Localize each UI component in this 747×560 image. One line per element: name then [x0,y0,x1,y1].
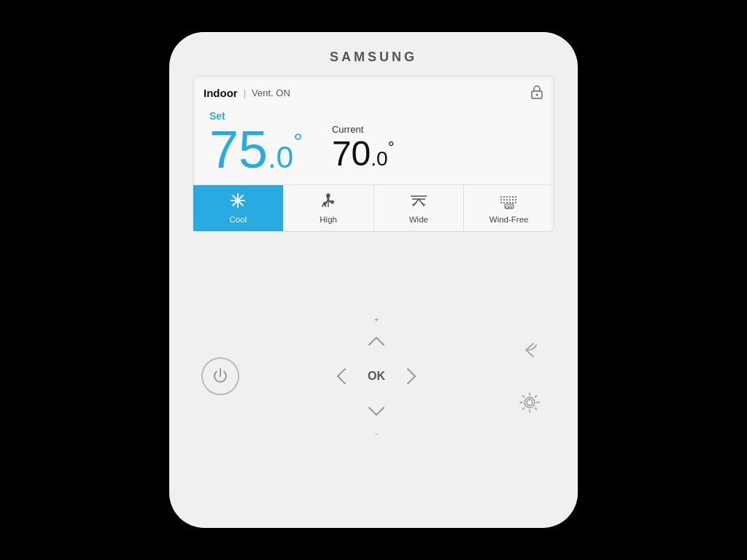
back-button[interactable] [514,334,546,366]
mode-wind-free[interactable]: OFF Wind-Free [464,185,554,231]
current-temp-value: 70.0° [332,136,395,171]
lock-icon [530,85,543,101]
left-controls [201,357,239,395]
controls-area: + OK [193,248,554,505]
svg-point-21 [525,397,535,408]
current-degree: ° [388,139,395,157]
plus-label: + [374,315,379,324]
power-button[interactable] [201,357,239,395]
wind-free-label: Wind-Free [489,215,529,224]
temp-section: Set 75.0° Current 70.0° [204,107,543,184]
current-temp-display: 70.0° [332,136,395,171]
device-shell: SAMSUNG Indoor | Vent. ON Set [169,32,578,528]
nav-down-button[interactable] [366,405,387,418]
mode-cool[interactable]: Cool [193,185,284,231]
brand-label: SAMSUNG [330,50,417,65]
nav-left-button[interactable] [335,366,348,386]
settings-button[interactable] [514,386,546,419]
svg-point-6 [236,199,239,202]
screen-header: Indoor | Vent. ON [204,85,543,101]
indoor-label: Indoor [204,87,238,99]
set-temp-display: 75.0° [209,123,303,176]
wide-icon [409,192,428,212]
wind-free-icon: OFF [499,192,519,212]
current-temp-block: Current 70.0° [332,124,395,176]
current-label: Current [332,124,363,135]
cool-label: Cool [230,215,247,224]
svg-text:OFF: OFF [506,205,513,209]
right-controls [514,334,546,419]
header-divider: | [244,88,246,98]
wide-label: Wide [409,215,428,224]
svg-point-1 [536,94,538,96]
set-degree: ° [293,128,303,155]
nav-up-button[interactable] [366,335,387,348]
vent-label: Vent. ON [252,88,290,98]
screen-header-left: Indoor | Vent. ON [204,87,290,99]
mode-wide[interactable]: Wide [374,185,465,231]
nav-right-button[interactable] [405,366,418,386]
high-label: High [320,215,337,224]
center-controls: + OK [325,315,427,438]
set-temp-value: 75.0° [209,123,303,176]
mode-high[interactable]: High [284,185,374,231]
snowflake-icon [230,192,246,212]
nav-cluster: OK [325,325,427,427]
screen: Indoor | Vent. ON Set 75.0° [193,75,554,232]
minus-label: - [375,429,378,438]
svg-point-20 [527,400,533,405]
fan-high-icon [320,192,337,212]
mode-bar: Cool High [193,184,554,231]
set-temp-block: Set 75.0° [209,110,303,176]
ok-button[interactable]: OK [368,370,385,383]
